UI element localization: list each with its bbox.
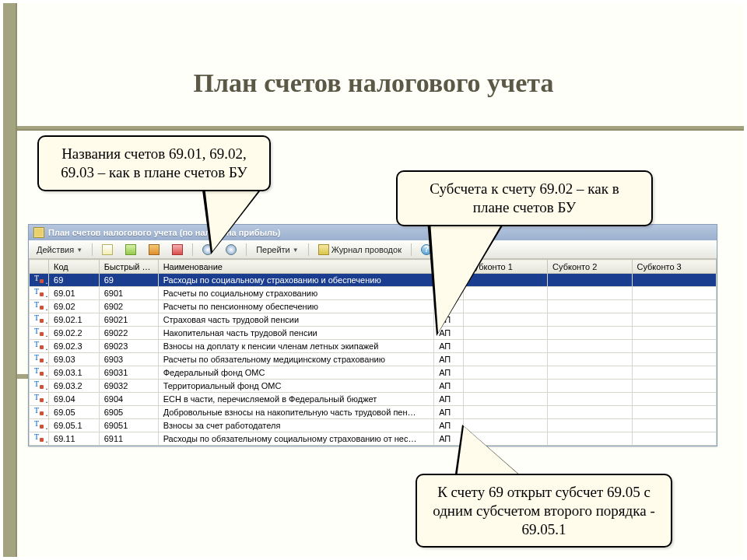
row-icon-cell	[30, 287, 49, 300]
chevron-down-icon: ▼	[76, 247, 82, 254]
callout-subaccount-6905: К счету 69 открыт субсчет 69.05 с одним …	[416, 474, 672, 548]
sub3-cell	[632, 287, 717, 300]
row-icon-cell	[30, 313, 49, 327]
col-sub2[interactable]: Субконто 2	[548, 260, 632, 274]
table-row[interactable]: 69.026902Расчеты по пенсионному обеспече…	[30, 300, 717, 313]
col-icon[interactable]	[30, 260, 49, 274]
account-icon	[34, 288, 45, 297]
sub1-cell	[463, 406, 547, 419]
table-row[interactable]: 69.056905Добровольные взносы на накопите…	[30, 406, 717, 419]
name-cell: Расходы по обязательному социальному стр…	[158, 432, 433, 446]
col-fast[interactable]: Быстрый …	[99, 260, 158, 274]
sub1-cell	[463, 340, 547, 353]
fast-cell: 69051	[99, 419, 158, 432]
slide-frame: План счетов налогового учета Названия сч…	[3, 3, 744, 557]
fast-cell: 6901	[99, 287, 158, 300]
code-cell: 69.03	[49, 353, 100, 366]
col-name[interactable]: Наименование	[158, 260, 433, 274]
sub2-cell	[548, 366, 632, 380]
table-row[interactable]: 69.046904ЕСН в части, перечисляемой в Фе…	[30, 393, 717, 406]
sub3-cell	[632, 340, 717, 353]
col-code[interactable]: Код	[49, 260, 100, 274]
col-sub3[interactable]: Субконто 3	[632, 260, 717, 274]
chevron-down-icon: ▼	[293, 247, 299, 254]
table-row[interactable]: 69.05.169051Взносы за счет работодателяА…	[30, 419, 717, 432]
fast-cell: 69032	[99, 380, 158, 393]
row-icon-cell	[30, 393, 49, 406]
account-icon	[34, 367, 45, 376]
name-cell: Расчеты по пенсионному обеспечению	[158, 300, 433, 313]
account-icon	[34, 394, 45, 403]
journal-button[interactable]: Журнал проводок	[314, 243, 406, 257]
row-icon-cell	[30, 353, 49, 366]
slide-title: План счетов налогового учета	[3, 68, 744, 98]
sub3-cell	[632, 353, 717, 366]
callout-tail-2	[427, 219, 507, 336]
name-cell: Расчеты по обязательному медицинскому ст…	[158, 353, 433, 366]
row-icon-cell	[30, 366, 49, 380]
window-titlebar[interactable]: План счетов налогового учета (по налогу …	[29, 225, 717, 240]
toolbar-sep	[308, 243, 309, 256]
code-cell: 69.01	[49, 287, 100, 300]
table-row[interactable]: 69.02.369023Взносы на доплату к пенсии ч…	[30, 340, 717, 353]
code-cell: 69.05	[49, 406, 100, 419]
act-cell: АП	[434, 393, 464, 406]
edit-icon	[125, 244, 136, 255]
name-cell: Добровольные взносы на накопительную час…	[158, 406, 433, 419]
sub2-cell	[548, 340, 632, 353]
sub3-cell	[632, 393, 717, 406]
actions-label: Действия	[37, 245, 74, 254]
name-cell: Территориальный фонд ОМС	[158, 380, 433, 393]
toolbar: Действия ▼ Перейти ▼ Журнал проводок	[29, 240, 717, 259]
journal-label: Журнал проводок	[331, 245, 402, 254]
row-icon-cell	[30, 419, 49, 432]
table-row[interactable]: 6969Расходы по социальному страхованию и…	[30, 274, 717, 287]
table-row[interactable]: 69.02.169021Страховая часть трудовой пен…	[30, 313, 717, 327]
table-row[interactable]: 69.02.269022Накопительная часть трудовой…	[30, 327, 717, 340]
delete-button[interactable]	[167, 243, 188, 257]
slide-divider	[17, 126, 744, 131]
sub2-cell	[548, 380, 632, 393]
table-row[interactable]: 69.116911Расходы по обязательному социал…	[30, 432, 717, 446]
table-row[interactable]: 69.016901Расчеты по социальному страхова…	[30, 287, 717, 300]
sub1-cell	[463, 366, 547, 380]
account-icon	[34, 433, 45, 443]
sub2-cell	[548, 393, 632, 406]
sub3-cell	[632, 274, 717, 287]
edit-button[interactable]	[121, 243, 141, 257]
sub1-cell	[463, 380, 547, 393]
delete-icon	[172, 244, 183, 255]
actions-menu[interactable]: Действия ▼	[32, 243, 87, 256]
callout-accounts-names: Названия счетов 69.01, 69.02, 69.03 – ка…	[37, 135, 271, 191]
name-cell: ЕСН в части, перечисляемой в Федеральный…	[158, 393, 433, 406]
sub3-cell	[632, 300, 717, 313]
new-button[interactable]	[97, 243, 117, 257]
sub3-cell	[632, 419, 717, 432]
accounts-table[interactable]: Код Быстрый … Наименование Акт. Субконто…	[29, 259, 717, 446]
row-icon-cell	[30, 300, 49, 313]
edit2-button[interactable]	[144, 243, 164, 257]
sub2-cell	[548, 419, 632, 432]
code-cell: 69.11	[49, 432, 100, 446]
table-row[interactable]: 69.03.169031Федеральный фонд ОМСАП	[30, 366, 717, 380]
table-header-row: Код Быстрый … Наименование Акт. Субконто…	[30, 260, 717, 274]
account-icon	[34, 407, 45, 416]
sub2-cell	[548, 274, 632, 287]
code-cell: 69.02	[49, 300, 100, 313]
code-cell: 69.04	[49, 393, 100, 406]
toolbar-sep	[192, 243, 193, 256]
act-cell: АП	[434, 366, 464, 380]
toolbar-sep	[92, 243, 93, 256]
sub2-cell	[548, 300, 632, 313]
account-icon	[34, 314, 45, 324]
sub2-cell	[548, 432, 632, 446]
sub2-cell	[548, 406, 632, 419]
sub2-cell	[548, 313, 632, 327]
table-row[interactable]: 69.036903Расчеты по обязательному медици…	[30, 353, 717, 366]
sub2-cell	[548, 353, 632, 366]
fast-cell: 69031	[99, 366, 158, 380]
account-icon	[34, 380, 45, 390]
code-cell: 69.02.3	[49, 340, 100, 353]
table-row[interactable]: 69.03.269032Территориальный фонд ОМСАП	[30, 380, 717, 393]
sub2-cell	[548, 327, 632, 340]
